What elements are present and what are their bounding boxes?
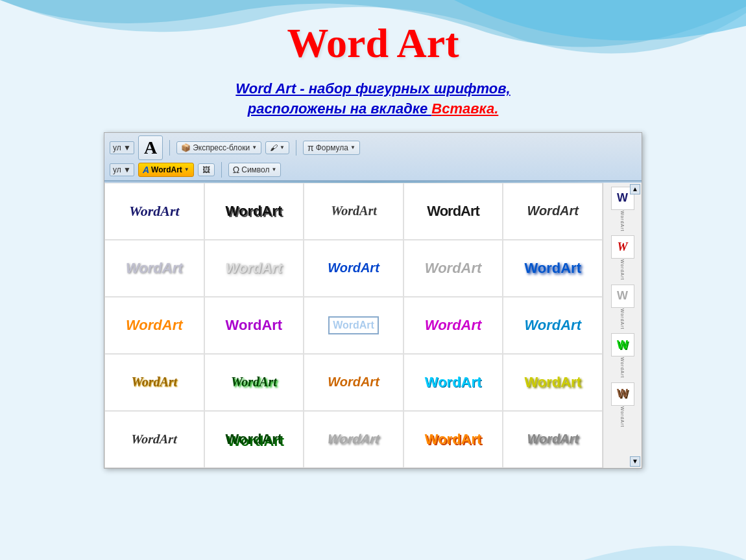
paint-dropdown-arrow: ▼ bbox=[280, 145, 285, 150]
wordart-preview-2-5: WordArt bbox=[524, 260, 581, 277]
wordart-preview-1-4: WordArt bbox=[427, 203, 479, 220]
wordart-preview-1-3: WordArt bbox=[330, 204, 377, 218]
pi-icon: π bbox=[307, 143, 314, 153]
gallery-sidebar: ▲ W WordArt W WordArt W WordArt W WordAr… bbox=[603, 183, 642, 468]
gallery-item-3-1[interactable]: WordArt bbox=[104, 297, 204, 354]
wordart-button[interactable]: A WordArt ▼ bbox=[138, 163, 194, 177]
wordart-preview-3-2: WordArt bbox=[226, 317, 283, 334]
sidebar-thumb-2[interactable]: W bbox=[611, 235, 634, 259]
wordart-preview-4-3: WordArt bbox=[328, 375, 379, 390]
image-button[interactable]: 🖼 bbox=[198, 163, 215, 176]
wordart-label: WordArt bbox=[151, 165, 182, 174]
gallery-item-1-5[interactable]: WordArt bbox=[503, 183, 603, 240]
separator-3 bbox=[221, 162, 222, 178]
wordart-gallery: WordArt WordArt WordArt WordArt WordArt … bbox=[104, 183, 603, 468]
word-interface: ул ▼ A 📦 Экспресс-блоки ▼ 🖌 ▼ π Формула … bbox=[104, 132, 642, 469]
wordart-preview-2-2: WordArt bbox=[226, 260, 283, 277]
gallery-item-5-5[interactable]: WordArt bbox=[503, 411, 603, 468]
sidebar-item-3[interactable]: W WordArt bbox=[611, 285, 634, 330]
subtitle: Word Art - набор фигурных шрифтов, распо… bbox=[81, 79, 665, 119]
yl-label-1: ул ▼ bbox=[110, 141, 134, 154]
sidebar-text-4: WordArt bbox=[620, 357, 625, 379]
express-blocks-button[interactable]: 📦 Экспресс-блоки ▼ bbox=[176, 141, 261, 154]
wordart-dropdown-arrow: ▼ bbox=[184, 167, 189, 172]
wordart-preview-4-1: WordArt bbox=[131, 375, 177, 390]
wordart-preview-3-4: WordArt bbox=[425, 317, 482, 334]
wordart-preview-5-3: WordArt bbox=[327, 432, 381, 447]
gallery-area: WordArt WordArt WordArt WordArt WordArt … bbox=[104, 183, 642, 468]
express-dropdown-arrow: ▼ bbox=[252, 145, 257, 150]
gallery-item-2-3[interactable]: WordArt bbox=[304, 240, 403, 297]
gallery-item-3-4[interactable]: WordArt bbox=[403, 297, 503, 354]
gallery-item-4-1[interactable]: WordArt bbox=[104, 354, 204, 411]
formula-button[interactable]: π Формула ▼ bbox=[303, 141, 360, 155]
gallery-item-3-2[interactable]: WordArt bbox=[204, 297, 304, 354]
gallery-item-1-2[interactable]: WordArt bbox=[204, 183, 304, 240]
wordart-preview-3-1: WordArt bbox=[126, 317, 183, 334]
gallery-item-1-3[interactable]: WordArt bbox=[304, 183, 403, 240]
formula-dropdown-arrow: ▼ bbox=[350, 145, 355, 150]
wordart-preview-4-2: WordArt bbox=[231, 375, 277, 390]
wordart-preview-1-2: WordArt bbox=[226, 203, 283, 220]
symbol-button[interactable]: Ω Символ ▼ bbox=[228, 163, 282, 177]
symbol-label: Символ bbox=[241, 165, 269, 174]
gallery-item-5-4[interactable]: WordArt bbox=[403, 411, 503, 468]
paint-button[interactable]: 🖌 ▼ bbox=[265, 141, 289, 154]
sidebar-item-2[interactable]: W WordArt bbox=[611, 235, 634, 281]
omega-icon: Ω bbox=[233, 165, 239, 175]
wordart-icon: A bbox=[143, 165, 149, 175]
sidebar-thumb-3[interactable]: W bbox=[611, 285, 634, 308]
gallery-item-4-5[interactable]: WordArt bbox=[503, 354, 603, 411]
gallery-item-2-5[interactable]: WordArt bbox=[503, 240, 603, 297]
sidebar-text-1: WordArt bbox=[620, 211, 625, 232]
express-blocks-label: Экспресс-блоки bbox=[193, 143, 250, 152]
sidebar-thumb-4[interactable]: W bbox=[611, 333, 634, 356]
sidebar-thumb-5[interactable]: W bbox=[611, 382, 634, 406]
gallery-item-2-2[interactable]: WordArt bbox=[204, 240, 304, 297]
wordart-preview-2-3: WordArt bbox=[328, 261, 379, 275]
gallery-item-1-1[interactable]: WordArt bbox=[104, 183, 204, 240]
sidebar-text-3: WordArt bbox=[620, 309, 625, 330]
gallery-item-4-3[interactable]: WordArt bbox=[304, 354, 403, 411]
formula-label: Формула bbox=[316, 143, 348, 152]
wordart-preview-3-3: WordArt bbox=[328, 316, 379, 334]
gallery-item-1-4[interactable]: WordArt bbox=[403, 183, 503, 240]
wordart-preview-5-2: WordArt bbox=[226, 431, 283, 448]
wordart-preview-5-1: WordArt bbox=[130, 432, 178, 447]
subtitle-line1: Word Art - набор фигурных шрифтов, bbox=[235, 80, 510, 97]
express-blocks-icon: 📦 bbox=[181, 143, 191, 152]
text-button[interactable]: A bbox=[138, 135, 163, 160]
scroll-down-button[interactable]: ▼ bbox=[630, 456, 640, 467]
wordart-preview-4-5: WordArt bbox=[524, 374, 581, 391]
big-a-icon: A bbox=[144, 139, 157, 157]
scroll-up-button[interactable]: ▲ bbox=[630, 184, 640, 194]
sidebar-item-5[interactable]: W WordArt bbox=[611, 382, 634, 428]
gallery-item-2-1[interactable]: WordArt bbox=[104, 240, 204, 297]
sidebar-text-5: WordArt bbox=[620, 406, 625, 428]
symbol-dropdown-arrow: ▼ bbox=[272, 167, 277, 172]
paint-icon: 🖌 bbox=[270, 143, 278, 152]
gallery-item-2-4[interactable]: WordArt bbox=[403, 240, 503, 297]
page-title: Word Art bbox=[0, 0, 746, 67]
ribbon: ул ▼ A 📦 Экспресс-блоки ▼ 🖌 ▼ π Формула … bbox=[104, 133, 642, 181]
gallery-item-4-2[interactable]: WordArt bbox=[204, 354, 304, 411]
wordart-preview-4-4: WordArt bbox=[425, 374, 482, 391]
sidebar-item-4[interactable]: W WordArt bbox=[611, 333, 634, 379]
yl-label-2: ул ▼ bbox=[110, 163, 134, 176]
subtitle-highlight: Вставка. bbox=[431, 100, 498, 117]
wordart-preview-3-5: WordArt bbox=[524, 317, 581, 334]
gallery-item-5-3[interactable]: WordArt bbox=[304, 411, 403, 468]
wordart-preview-2-4: WordArt bbox=[425, 260, 482, 277]
separator-1 bbox=[169, 140, 170, 156]
gallery-grid-container: WordArt WordArt WordArt WordArt WordArt … bbox=[104, 183, 603, 468]
gallery-item-3-3[interactable]: WordArt bbox=[304, 297, 403, 354]
separator-2 bbox=[296, 140, 296, 156]
wordart-preview-5-4: WordArt bbox=[425, 431, 482, 448]
gallery-item-4-4[interactable]: WordArt bbox=[403, 354, 503, 411]
wordart-preview-2-1: WordArt bbox=[126, 260, 183, 277]
sidebar-text-2: WordArt bbox=[620, 259, 625, 281]
gallery-item-5-2[interactable]: WordArt bbox=[204, 411, 304, 468]
wordart-preview-5-5: WordArt bbox=[527, 432, 579, 447]
gallery-item-5-1[interactable]: WordArt bbox=[104, 411, 204, 468]
gallery-item-3-5[interactable]: WordArt bbox=[503, 297, 603, 354]
